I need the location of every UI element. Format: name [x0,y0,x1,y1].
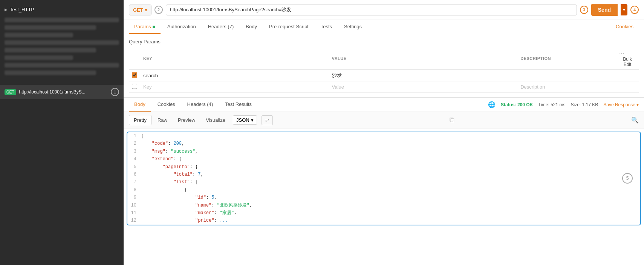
save-response-dropdown-icon: ▾ [636,102,639,107]
response-tabs-bar: Body Cookies Headers (4) Test Results 🌐 … [124,98,644,112]
fmt-tab-pretty[interactable]: Pretty [129,115,151,125]
column-options-button[interactable]: ··· [619,50,624,57]
json-highlight-box: 5 1 { 2 "code": 200, 3 "msg": "success", [127,132,641,225]
sidebar-title[interactable]: ▶ Test_HTTP [0,4,124,15]
fmt-tab-preview[interactable]: Preview [173,115,200,125]
tab-authorization[interactable]: Authorization [162,20,201,34]
param-desc-search[interactable] [517,70,616,81]
blur-item-5 [5,48,96,52]
tab-settings[interactable]: Settings [339,20,367,34]
code-line-6: 6 "total": 7, [127,171,640,178]
method-selector[interactable]: GET ▾ [129,5,151,15]
th-description: DESCRIPTION [517,47,616,70]
blur-item-7 [5,63,119,67]
param-checkbox-empty[interactable] [132,84,137,89]
badge-3: 3 [580,6,588,14]
method-dropdown-icon: ▾ [145,7,147,13]
code-line-2: 2 "code": 200, [127,140,640,147]
param-row-empty: Key Value Description [129,81,639,93]
save-response-button[interactable]: Save Response ▾ [603,102,639,107]
param-actions-search [616,70,639,81]
response-section: Body Cookies Headers (4) Test Results 🌐 … [124,97,644,265]
th-key: KEY [140,47,329,70]
sidebar-blurred-items [0,15,124,77]
code-line-9: 9 "id": 5, [127,194,640,201]
blur-item-3 [5,33,73,37]
send-button[interactable]: Send [591,4,618,16]
json-dropdown-icon: ▾ [251,117,254,123]
response-meta: 🌐 Status: 200 OK Time: 521 ms Size: 1.17… [488,101,639,108]
method-badge: GET [5,89,16,95]
param-desc-placeholder[interactable]: Description [517,81,616,93]
resp-tab-body[interactable]: Body [129,98,151,112]
tab-headers[interactable]: Headers (7) [203,20,239,34]
url-input[interactable] [166,5,577,15]
blur-item-6 [5,55,73,60]
sidebar: ▶ Test_HTTP GET http://localhost:10001/f… [0,0,124,265]
bulk-edit-button[interactable]: Bulk Edit [619,57,636,67]
param-key-placeholder[interactable]: Key [140,81,329,93]
th-value: VALUE [329,47,518,70]
request-tabs-bar: Params Authorization Headers (7) Body Pr… [124,20,644,34]
json-format-selector[interactable]: JSON ▾ [233,115,257,125]
code-line-7: 7 "list": [ [127,178,640,186]
tab-cookies[interactable]: Cookies [610,20,639,34]
url-bar: GET ▾ 2 3 Send ▾ 4 [124,0,644,20]
tab-pre-request[interactable]: Pre-request Script [264,20,314,34]
fmt-tab-raw[interactable]: Raw [153,115,172,125]
params-dot [153,26,155,28]
param-key-search[interactable]: search [140,70,329,81]
search-icon: 🔍 [631,117,639,123]
param-value-search[interactable]: 沙发 [329,70,518,81]
badge-2: 2 [154,6,163,14]
response-status: Status: 200 OK [501,102,533,107]
tab-tests[interactable]: Tests [315,20,337,34]
method-label: GET [133,7,143,13]
blur-item-8 [5,70,96,75]
code-line-1: 1 { [127,132,640,140]
resp-tab-test-results[interactable]: Test Results [220,98,257,112]
code-line-4: 4 "extend": { [127,155,640,163]
fmt-tab-visualize[interactable]: Visualize [201,115,230,125]
badge-1: 1 [111,88,119,96]
tab-params[interactable]: Params [129,20,161,34]
code-line-3: 3 "msg": "success", [127,148,640,155]
code-line-5: 5 "pageInfo": { [127,163,640,171]
code-line-8: 8 { [127,186,640,194]
code-line-12: 12 "price": ... [127,217,640,224]
badge-4: 4 [630,6,639,14]
copy-button[interactable]: ⧉ [450,116,454,124]
wrap-icon: ⇌ [265,117,269,123]
code-container: 5 1 { 2 "code": 200, 3 "msg": "success", [124,129,644,265]
chevron-right-icon: ▶ [5,8,8,12]
main-panel: GET ▾ 2 3 Send ▾ 4 Params Authorization … [124,0,644,265]
sidebar-collection-name: Test_HTTP [10,7,34,12]
tab-body[interactable]: Body [240,20,262,34]
code-line-10: 10 "name": "北欧风格沙发", [127,202,640,209]
th-checkbox [129,47,140,70]
resp-tab-headers[interactable]: Headers (4) [182,98,219,112]
param-value-placeholder[interactable]: Value [329,81,518,93]
response-time: Time: 521 ms [538,102,565,107]
blur-item-2 [5,25,96,30]
sidebar-item-active[interactable]: GET http://localhost:10001/furnsByS... 1 [0,85,124,99]
params-table: KEY VALUE DESCRIPTION ··· Bulk Edit sear… [129,47,639,93]
globe-icon: 🌐 [488,101,496,108]
query-params-label: Query Params [129,39,639,44]
blur-item-1 [5,18,119,22]
resp-tab-cookies[interactable]: Cookies [152,98,181,112]
blur-item-4 [5,40,119,45]
response-size: Size: 1.17 KB [571,102,598,107]
query-params-section: Query Params KEY VALUE DESCRIPTION ··· B… [124,34,644,97]
send-dropdown-button[interactable]: ▾ [621,4,627,15]
sidebar-item-url: http://localhost:10001/furnsByS... [19,89,86,95]
param-row-search: search 沙发 [129,70,639,81]
wrap-button[interactable]: ⇌ [262,115,273,125]
code-line-11: 11 "maker": "家居", [127,209,640,217]
param-checkbox-search[interactable] [132,72,137,78]
param-actions-empty [616,81,639,93]
copy-icon: ⧉ [450,116,454,124]
th-actions: ··· Bulk Edit [616,47,639,70]
response-format-bar: Pretty Raw Preview Visualize JSON ▾ ⇌ ⧉ [124,112,644,129]
search-button[interactable]: 🔍 [631,116,639,124]
